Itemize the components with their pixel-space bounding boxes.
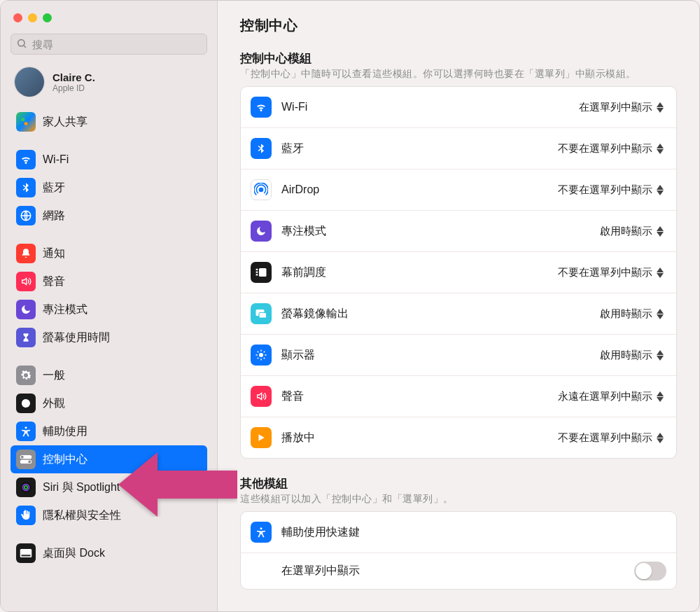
account-sub: Apple ID <box>52 83 95 93</box>
module-select[interactable]: 永遠在選單列中顯示 <box>558 389 666 403</box>
other-card: 輔助使用快速鍵在選單列中顯示 <box>240 511 677 590</box>
modules-section-head: 控制中心模組 「控制中心」中隨時可以查看這些模組。你可以選擇何時也要在「選單列」… <box>240 50 677 81</box>
sidebar-item[interactable]: 隱私權與安全性 <box>10 501 207 529</box>
module-select[interactable]: 啟用時顯示 <box>600 307 666 321</box>
speaker-icon <box>16 272 36 291</box>
family-icon <box>16 112 36 132</box>
other-subrow: 在選單列中顯示 <box>241 552 676 589</box>
moon-icon <box>16 300 36 319</box>
content-area: 控制中心 控制中心模組 「控制中心」中隨時可以查看這些模組。你可以選擇何時也要在… <box>218 1 699 611</box>
account-row[interactable]: Claire C. Apple ID <box>10 55 207 104</box>
hand-icon <box>16 506 36 525</box>
module-select[interactable]: 不要在選單列中顯示 <box>558 265 666 279</box>
settings-window: Claire C. Apple ID 家人共享Wi-Fi藍牙網路通知聲音專注模式… <box>1 1 699 611</box>
toggle-switch[interactable] <box>634 562 666 580</box>
module-value: 不要在選單列中顯示 <box>558 142 652 155</box>
stepper-icon <box>657 265 666 279</box>
accessibility-icon <box>251 522 272 543</box>
sidebar-item[interactable]: 桌面與 Dock <box>10 539 207 567</box>
moon-icon <box>251 221 272 242</box>
module-select[interactable]: 在選單列中顯示 <box>579 100 666 114</box>
sidebar-item[interactable]: 一般 <box>10 361 207 389</box>
account-name: Claire C. <box>52 71 95 83</box>
sidebar-item[interactable]: 輔助使用 <box>10 417 207 445</box>
module-select[interactable]: 不要在選單列中顯示 <box>558 141 666 155</box>
sidebar-item[interactable]: Wi-Fi <box>10 146 207 174</box>
stepper-icon <box>657 183 666 197</box>
module-label: 顯示器 <box>281 348 600 363</box>
module-label: 專注模式 <box>281 224 600 239</box>
other-desc: 這些模組可以加入「控制中心」和「選單列」。 <box>240 493 677 506</box>
module-row: 專注模式啟用時顯示 <box>241 210 676 251</box>
other-sublabel: 在選單列中顯示 <box>281 564 634 578</box>
sidebar-item-label: 桌面與 Dock <box>43 546 105 561</box>
stepper-icon <box>657 389 666 403</box>
module-row: 螢幕鏡像輸出啟用時顯示 <box>241 293 676 334</box>
sidebar-item-label: 隱私權與安全性 <box>43 508 121 523</box>
sidebar-item[interactable]: 聲音 <box>10 267 207 295</box>
svg-line-31 <box>258 358 259 359</box>
module-row: 顯示器啟用時顯示 <box>241 334 676 375</box>
sidebar-item-label: 聲音 <box>43 274 65 289</box>
svg-line-29 <box>258 352 259 353</box>
sidebar-item[interactable]: 螢幕使用時間 <box>10 324 207 352</box>
sidebar-item[interactable]: 藍牙 <box>10 174 207 202</box>
module-label: Wi-Fi <box>281 101 579 113</box>
module-row: AirDrop不要在選單列中顯示 <box>241 169 676 210</box>
search-input[interactable] <box>10 34 207 55</box>
module-select[interactable]: 不要在選單列中顯示 <box>558 431 666 445</box>
module-value: 永遠在選單列中顯示 <box>558 390 652 403</box>
close-button[interactable] <box>13 13 22 22</box>
sidebar-item[interactable]: 家人共享 <box>10 108 207 136</box>
search-field-container <box>10 34 207 55</box>
other-title: 其他模組 <box>240 475 677 492</box>
module-label: AirDrop <box>281 183 558 196</box>
module-value: 不要在選單列中顯示 <box>558 266 652 279</box>
accessibility-icon <box>16 422 36 441</box>
svg-rect-19 <box>256 269 258 270</box>
svg-line-32 <box>264 352 265 353</box>
appearance-icon <box>16 394 36 413</box>
modules-desc: 「控制中心」中隨時可以查看這些模組。你可以選擇何時也要在「選單列」中顯示模組。 <box>240 68 677 81</box>
svg-point-9 <box>21 456 24 459</box>
wifi-icon <box>16 150 36 169</box>
stepper-icon <box>657 224 666 238</box>
svg-point-4 <box>24 122 28 125</box>
svg-line-1 <box>24 46 26 48</box>
stepper-icon <box>657 431 666 445</box>
sidebar-nav: 家人共享Wi-Fi藍牙網路通知聲音專注模式螢幕使用時間一般外觀輔助使用控制中心S… <box>10 104 207 567</box>
minimize-button[interactable] <box>28 13 37 22</box>
svg-point-0 <box>18 40 24 46</box>
sidebar-item[interactable]: 專注模式 <box>10 295 207 324</box>
svg-point-24 <box>259 353 263 357</box>
svg-point-7 <box>25 426 27 429</box>
dock-icon <box>16 543 36 563</box>
module-value: 不要在選單列中顯示 <box>558 431 652 445</box>
sidebar-item-label: 外觀 <box>43 396 65 411</box>
module-label: 藍牙 <box>281 141 558 156</box>
sidebar-item-label: Siri 與 Spotlight <box>43 480 120 495</box>
zoom-button[interactable] <box>43 13 52 22</box>
sidebar-item[interactable]: 通知 <box>10 239 207 267</box>
sidebar-item-label: Wi-Fi <box>43 153 69 166</box>
svg-rect-20 <box>256 272 258 273</box>
module-row: 聲音永遠在選單列中顯示 <box>241 375 676 417</box>
svg-rect-18 <box>259 268 267 277</box>
sidebar-item-label: 螢幕使用時間 <box>43 331 110 345</box>
svg-point-17 <box>260 188 263 192</box>
sidebar: Claire C. Apple ID 家人共享Wi-Fi藍牙網路通知聲音專注模式… <box>1 1 218 611</box>
sidebar-item[interactable]: 網路 <box>10 202 207 230</box>
svg-point-3 <box>27 118 31 121</box>
module-select[interactable]: 啟用時顯示 <box>600 224 666 238</box>
sidebar-item[interactable]: 外觀 <box>10 389 207 417</box>
module-value: 啟用時顯示 <box>600 307 652 321</box>
sidebar-item[interactable]: 控制中心 <box>10 445 207 473</box>
stepper-icon <box>657 307 666 321</box>
stage-icon <box>251 262 272 283</box>
sidebar-item[interactable]: Siri 與 Spotlight <box>10 473 207 501</box>
control-center-icon <box>16 450 36 469</box>
module-select[interactable]: 不要在選單列中顯示 <box>558 183 666 197</box>
stepper-icon <box>657 100 666 114</box>
svg-rect-23 <box>259 313 267 319</box>
module-select[interactable]: 啟用時顯示 <box>600 348 666 362</box>
